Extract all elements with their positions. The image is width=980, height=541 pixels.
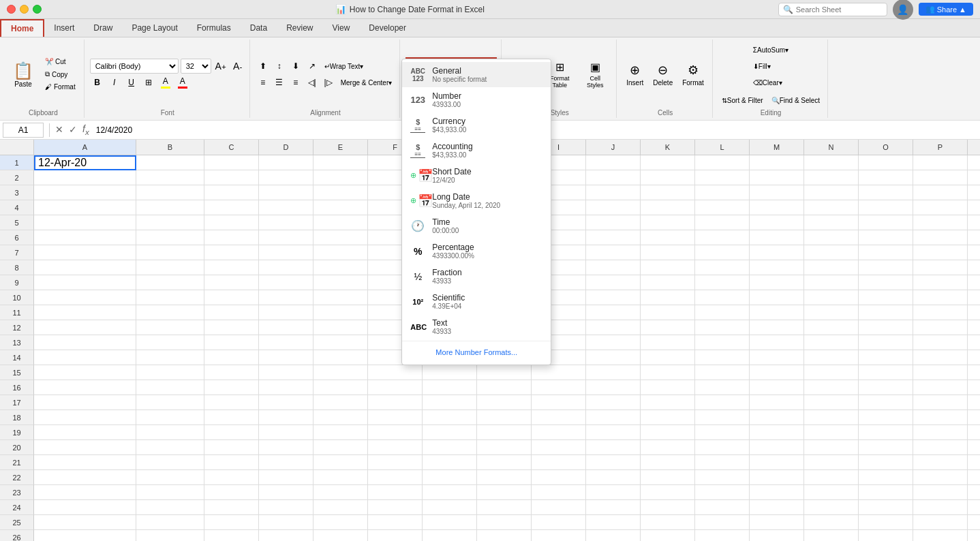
cell-H15[interactable]: [477, 365, 532, 380]
cell-M2[interactable]: [750, 170, 804, 185]
cell-A1[interactable]: 12-Apr-20: [34, 155, 136, 170]
cell-N16[interactable]: [804, 380, 859, 395]
cell-Q24[interactable]: [968, 500, 980, 515]
cell-M17[interactable]: [750, 395, 804, 410]
cell-O7[interactable]: [859, 245, 913, 260]
cell-N18[interactable]: [804, 410, 859, 425]
cell-D18[interactable]: [259, 410, 313, 425]
cell-A20[interactable]: [34, 440, 136, 455]
cell-A18[interactable]: [34, 410, 136, 425]
cell-K21[interactable]: [641, 455, 695, 470]
row-header-2[interactable]: 2: [0, 170, 34, 185]
cell-P10[interactable]: [913, 290, 968, 305]
cell-D17[interactable]: [259, 395, 313, 410]
cell-A10[interactable]: [34, 290, 136, 305]
cell-J4[interactable]: [586, 200, 641, 215]
cell-N13[interactable]: [804, 335, 859, 350]
cell-C12[interactable]: [204, 320, 259, 335]
cell-B1[interactable]: [136, 155, 204, 170]
cell-O23[interactable]: [859, 485, 913, 500]
cell-G26[interactable]: [423, 530, 477, 541]
cell-M8[interactable]: [750, 260, 804, 275]
cell-O2[interactable]: [859, 170, 913, 185]
cell-B2[interactable]: [136, 170, 204, 185]
cell-E19[interactable]: [313, 425, 368, 440]
cell-C8[interactable]: [204, 260, 259, 275]
cell-I23[interactable]: [532, 485, 586, 500]
more-formats-button[interactable]: More Number Formats...: [402, 343, 551, 362]
fill-button[interactable]: ⬇ Fill ▾: [750, 59, 774, 74]
cell-H17[interactable]: [477, 395, 532, 410]
cell-F21[interactable]: [368, 455, 423, 470]
align-left-button[interactable]: ≡: [256, 75, 271, 90]
cell-G22[interactable]: [423, 470, 477, 485]
cell-M5[interactable]: [750, 215, 804, 230]
row-header-24[interactable]: 24: [0, 500, 34, 515]
cell-J20[interactable]: [586, 440, 641, 455]
maximize-button[interactable]: [33, 5, 42, 14]
cell-K5[interactable]: [641, 215, 695, 230]
cell-G20[interactable]: [423, 440, 477, 455]
cell-P11[interactable]: [913, 305, 968, 320]
increase-font-button[interactable]: A+: [213, 59, 228, 74]
col-header-A[interactable]: A: [34, 140, 136, 155]
row-header-16[interactable]: 16: [0, 380, 34, 395]
cell-J18[interactable]: [586, 410, 641, 425]
col-header-Q[interactable]: Q: [968, 140, 980, 155]
cell-L12[interactable]: [695, 320, 750, 335]
col-header-C[interactable]: C: [204, 140, 259, 155]
align-top-button[interactable]: ⬆: [256, 59, 271, 74]
tab-view[interactable]: View: [323, 19, 360, 37]
cell-N12[interactable]: [804, 320, 859, 335]
cell-B12[interactable]: [136, 320, 204, 335]
cell-L26[interactable]: [695, 530, 750, 541]
col-header-P[interactable]: P: [913, 140, 968, 155]
cell-F17[interactable]: [368, 395, 423, 410]
cell-E3[interactable]: [313, 185, 368, 200]
format-painter-button[interactable]: 🖌 Format: [41, 81, 80, 93]
cell-H20[interactable]: [477, 440, 532, 455]
cell-K12[interactable]: [641, 320, 695, 335]
cell-D15[interactable]: [259, 365, 313, 380]
row-header-19[interactable]: 19: [0, 425, 34, 440]
cell-B10[interactable]: [136, 290, 204, 305]
cell-O6[interactable]: [859, 230, 913, 245]
cell-E22[interactable]: [313, 470, 368, 485]
cell-B14[interactable]: [136, 350, 204, 365]
row-header-22[interactable]: 22: [0, 470, 34, 485]
cell-N23[interactable]: [804, 485, 859, 500]
cell-C6[interactable]: [204, 230, 259, 245]
cell-Q16[interactable]: [968, 380, 980, 395]
cell-L1[interactable]: [695, 155, 750, 170]
cell-C15[interactable]: [204, 365, 259, 380]
cell-A14[interactable]: [34, 350, 136, 365]
cell-H26[interactable]: [477, 530, 532, 541]
cell-N11[interactable]: [804, 305, 859, 320]
cell-P23[interactable]: [913, 485, 968, 500]
cell-N22[interactable]: [804, 470, 859, 485]
cell-P25[interactable]: [913, 515, 968, 530]
cell-M21[interactable]: [750, 455, 804, 470]
cell-E8[interactable]: [313, 260, 368, 275]
cell-C25[interactable]: [204, 515, 259, 530]
cell-O21[interactable]: [859, 455, 913, 470]
cell-D8[interactable]: [259, 260, 313, 275]
cell-O8[interactable]: [859, 260, 913, 275]
cell-D5[interactable]: [259, 215, 313, 230]
share-button[interactable]: 👥 Share ▲: [919, 3, 973, 16]
cell-B19[interactable]: [136, 425, 204, 440]
cell-N3[interactable]: [804, 185, 859, 200]
cell-D20[interactable]: [259, 440, 313, 455]
row-header-14[interactable]: 14: [0, 350, 34, 365]
cell-K8[interactable]: [641, 260, 695, 275]
cell-L21[interactable]: [695, 455, 750, 470]
cell-L7[interactable]: [695, 245, 750, 260]
cell-M20[interactable]: [750, 440, 804, 455]
cell-B3[interactable]: [136, 185, 204, 200]
cell-J5[interactable]: [586, 215, 641, 230]
cell-E17[interactable]: [313, 395, 368, 410]
cell-C20[interactable]: [204, 440, 259, 455]
cell-A11[interactable]: [34, 305, 136, 320]
cell-P5[interactable]: [913, 215, 968, 230]
format-long-date[interactable]: ⊕ 📅 Long Date Sunday, April 12, 2020: [402, 188, 551, 213]
